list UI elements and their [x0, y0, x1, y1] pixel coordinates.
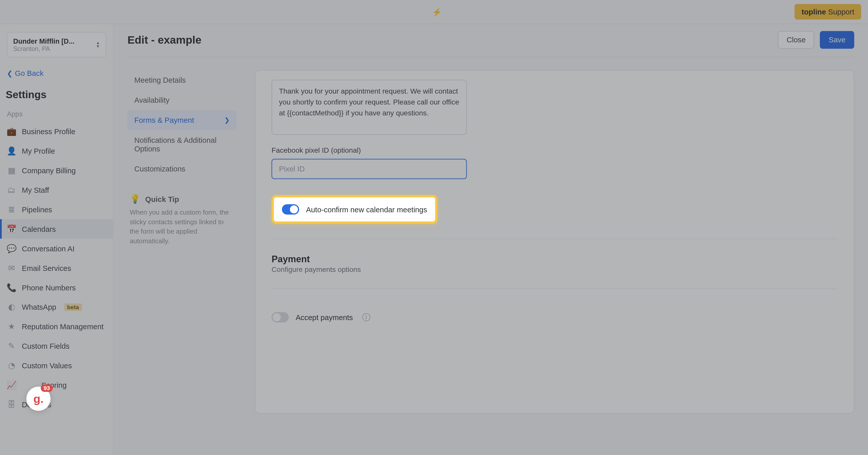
sidebar-item-label: Custom Fields [22, 342, 69, 350]
chevron-updown-icon: ▲▼ [96, 41, 100, 48]
go-back-label: Go Back [15, 69, 44, 77]
tab-label: Availability [134, 96, 169, 104]
org-name: Dunder Mifflin [D... [13, 37, 74, 45]
sidebar-item-label: WhatsApp [22, 302, 56, 311]
chart-icon: 📈 [7, 381, 16, 390]
payment-title: Payment [272, 254, 838, 264]
close-button[interactable]: Close [778, 31, 814, 49]
folder-icon: 🗂 [7, 185, 16, 195]
sidebar-item-phone-numbers[interactable]: 📞Phone Numbers [0, 278, 113, 297]
sidebar-item-reputation[interactable]: ★Reputation Management [0, 317, 113, 336]
sidebar: Dunder Mifflin [D... Scranton, PA ▲▼ ❮ G… [0, 24, 114, 455]
pixel-id-input[interactable] [272, 159, 467, 179]
sidebar-item-calendars[interactable]: 📅Calendars [0, 219, 113, 239]
sidebar-item-scoring[interactable]: 📈Scoring [0, 375, 113, 395]
float-count: 93 [41, 385, 53, 392]
chevron-right-icon: ❯ [224, 117, 229, 124]
tab-notifications[interactable]: Notifications & Additional Options [127, 130, 237, 159]
sidebar-item-label: Calendars [22, 225, 56, 233]
sidebar-item-my-staff[interactable]: 🗂My Staff [0, 180, 113, 200]
tab-meeting-details[interactable]: Meeting Details [127, 70, 237, 90]
calendar-icon: 📅 [7, 224, 16, 233]
sidebar-item-label: My Profile [22, 147, 55, 155]
pie-icon: ◔ [7, 361, 16, 370]
tabs-column: Meeting Details Availability Forms & Pay… [127, 70, 237, 414]
org-selector[interactable]: Dunder Mifflin [D... Scranton, PA ▲▼ [7, 32, 106, 58]
tab-label: Customizations [134, 165, 185, 173]
sidebar-item-business-profile[interactable]: 💼Business Profile [0, 122, 113, 141]
grid-icon: ▦ [7, 166, 16, 175]
lightbulb-icon: 💡 [130, 194, 141, 204]
float-glyph: g. [33, 392, 43, 405]
lightning-icon: ⚡ [432, 7, 442, 16]
page-title: Edit - example [127, 33, 201, 46]
tab-forms-payment[interactable]: Forms & Payment❯ [127, 110, 237, 130]
sidebar-item-label: Conversation AI [22, 244, 74, 253]
sidebar-item-label: Company Billing [22, 166, 75, 175]
tip-body: When you add a custom form, the sticky c… [130, 208, 234, 246]
auto-confirm-label: Auto-confirm new calendar meetings [306, 205, 427, 214]
support-button[interactable]: topline Support [795, 4, 861, 20]
divider [272, 289, 838, 289]
sidebar-item-email-services[interactable]: ✉Email Services [0, 258, 113, 278]
sidebar-item-label: My Staff [22, 186, 49, 194]
accept-payments-row: Accept payments i [272, 305, 838, 329]
list-icon: ≣ [7, 205, 16, 214]
whatsapp-icon: ◐ [7, 302, 16, 312]
sidebar-item-whatsapp[interactable]: ◐WhatsAppbeta [0, 297, 113, 317]
main-header: Edit - example Close Save [127, 28, 854, 58]
divider [272, 239, 838, 239]
auto-confirm-row: Auto-confirm new calendar meetings [272, 195, 438, 224]
sidebar-item-label: Reputation Management [22, 322, 103, 331]
topbar: ⚡ topline Support [0, 0, 868, 24]
auto-confirm-toggle[interactable] [282, 204, 299, 215]
sidebar-item-label: Pipelines [22, 205, 52, 214]
briefcase-icon: 💼 [7, 127, 16, 136]
support-prefix: topline [802, 7, 826, 16]
sidebar-item-label: Email Services [22, 263, 71, 272]
chevron-left-icon: ❮ [7, 69, 13, 77]
chat-icon: 💬 [7, 244, 16, 253]
float-notification-badge[interactable]: g. 93 [26, 387, 51, 411]
edit-icon: ✎ [7, 342, 16, 351]
form-panel: Thank you for your appointment request. … [255, 70, 854, 414]
sidebar-item-conversation-ai[interactable]: 💬Conversation AI [0, 239, 113, 258]
tab-customizations[interactable]: Customizations [127, 159, 237, 179]
sidebar-item-pipelines[interactable]: ≣Pipelines [0, 200, 113, 219]
envelope-icon: ✉ [7, 263, 16, 272]
phone-icon: 📞 [7, 283, 16, 292]
sidebar-item-label: Phone Numbers [22, 283, 76, 292]
archive-icon: 🗄 [7, 400, 16, 409]
sidebar-item-company-billing[interactable]: ▦Company Billing [0, 161, 113, 180]
go-back-link[interactable]: ❮ Go Back [0, 63, 113, 83]
tab-label: Meeting Details [134, 76, 186, 85]
tab-availability[interactable]: Availability [127, 90, 237, 110]
payment-subtitle: Configure payments options [272, 265, 838, 274]
tip-title: Quick Tip [145, 195, 179, 203]
main-content: Edit - example Close Save Meeting Detail… [114, 24, 868, 455]
org-location: Scranton, PA [13, 45, 74, 52]
sidebar-item-label: Business Profile [22, 127, 75, 136]
tab-label: Notifications & Additional Options [134, 136, 229, 153]
pixel-id-label: Facebook pixel ID (optional) [272, 147, 838, 155]
user-icon: 👤 [7, 147, 16, 156]
save-button[interactable]: Save [820, 31, 854, 49]
accept-payments-toggle[interactable] [272, 312, 289, 323]
sidebar-item-custom-values[interactable]: ◔Custom Values [0, 356, 113, 375]
sidebar-item-my-profile[interactable]: 👤My Profile [0, 141, 113, 161]
side-nav: 💼Business Profile 👤My Profile ▦Company B… [0, 122, 113, 415]
accept-payments-label: Accept payments [296, 313, 353, 322]
settings-heading: Settings [0, 83, 113, 108]
beta-badge: beta [64, 303, 82, 311]
side-section-label: Apps [0, 108, 113, 122]
sidebar-item-domains[interactable]: 🗄Domains [0, 395, 113, 414]
sidebar-item-custom-fields[interactable]: ✎Custom Fields [0, 336, 113, 356]
star-icon: ★ [7, 322, 16, 331]
sidebar-item-label: Custom Values [22, 361, 72, 370]
topbar-center: ⚡ [426, 7, 442, 16]
info-icon[interactable]: i [362, 313, 370, 321]
tab-label: Forms & Payment [134, 116, 194, 125]
support-text: Support [826, 7, 854, 16]
thank-you-textarea[interactable]: Thank you for your appointment request. … [272, 79, 467, 135]
tip-block: 💡 Quick Tip When you add a custom form, … [127, 194, 237, 246]
